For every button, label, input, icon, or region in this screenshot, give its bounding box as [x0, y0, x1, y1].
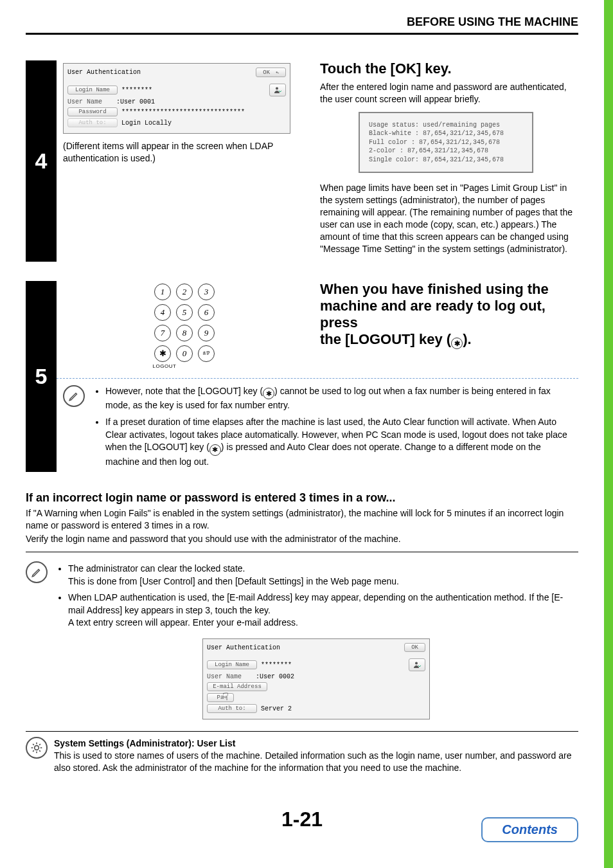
step5-title-line3a: the [LOGOUT] key ( [320, 331, 451, 347]
password-value: ******************************** [121, 109, 245, 116]
key-1[interactable]: 1 [154, 284, 171, 300]
step5-title-line3b: ). [463, 331, 471, 347]
usage-line-4: 2-color : 87,654,321/12,345,678 [369, 147, 523, 156]
login-name-value: ******** [121, 87, 152, 94]
panel2-title: User Authentication [207, 644, 280, 651]
panel2-user-select-icon[interactable] [409, 658, 425, 671]
login-name-button[interactable]: Login Name [67, 86, 118, 95]
admin-note-2b: A text entry screen will appear. Enter y… [68, 617, 298, 628]
key-9[interactable]: 9 [198, 325, 215, 341]
svg-line-10 [39, 744, 40, 745]
admin-note-1: The administrator can clear the locked s… [68, 563, 578, 588]
key-4[interactable]: 4 [154, 304, 171, 321]
system-settings-block: System Settings (Administrator): User Li… [26, 737, 578, 774]
auth-to-button[interactable]: Auth to: [67, 118, 118, 127]
step5-note-2: If a preset duration of time elapses aft… [105, 416, 572, 468]
settings-gear-icon [26, 737, 48, 759]
key-7[interactable]: 7 [154, 325, 171, 341]
step-4: 4 User Authentication OK ↖ L [26, 60, 578, 262]
usage-status-panel: Usage status: used/remaining pages Black… [359, 112, 533, 174]
logout-key-icon-inline-2: ✱ [209, 444, 221, 456]
panel2-pa-button[interactable]: Pa [207, 693, 234, 702]
step5-note-1a: However, note that the [LOGOUT] key ( [105, 386, 263, 396]
svg-line-7 [33, 744, 34, 745]
panel1-ok-label: OK [263, 69, 270, 76]
panel1-caption: (Different items will appear in the scre… [63, 140, 307, 165]
svg-point-2 [35, 746, 39, 750]
usage-line-5: Single color: 87,654,321/12,345,678 [369, 156, 523, 165]
svg-point-1 [415, 662, 418, 665]
incorrect-login-p1: If "A Warning when Login Fails" is enabl… [26, 507, 578, 532]
admin-note-list: The administrator can clear the locked s… [54, 563, 578, 629]
key-3[interactable]: 3 [198, 284, 215, 300]
thin-rule-1 [26, 552, 578, 552]
key-5[interactable]: 5 [176, 304, 193, 321]
note-pencil-icon [63, 385, 85, 407]
panel2-login-name-button[interactable]: Login Name [207, 660, 257, 669]
incorrect-login-heading: If an incorrect login name or password i… [26, 491, 578, 505]
admin-note-block: The administrator can clear the locked s… [26, 561, 578, 719]
cursor-hand-icon: ☟ [222, 691, 229, 703]
header-rule [26, 33, 578, 35]
user-auth-panel-2: User Authentication OK Login Name ******… [202, 638, 430, 719]
sys-settings-body: This is used to store names of users of … [54, 750, 578, 774]
step-5: 5 1 2 3 4 5 6 7 8 9 [26, 281, 578, 473]
side-green-bar [604, 0, 613, 855]
step5-title-line1: When you have finished using the [320, 281, 549, 297]
step-number-4: 4 [26, 60, 57, 262]
step5-title-line2: machine and are ready to log out, press [320, 298, 546, 330]
usage-line-2: Black-white : 87,654,321/12,345,678 [369, 129, 523, 138]
step4-title: Touch the [OK] key. [320, 60, 578, 77]
user-name-label: User Name [67, 98, 112, 105]
user-auth-panel-1: User Authentication OK ↖ Login Name ****… [63, 63, 290, 134]
cursor-icon: ↖ [274, 68, 280, 76]
admin-note-2: When LDAP authentication is used, the [E… [68, 592, 578, 629]
usage-line-3: Full color : 87,654,321/12,345,678 [369, 138, 523, 147]
password-button[interactable]: Password [67, 107, 118, 116]
logout-key-icon-inline-1: ✱ [263, 388, 274, 399]
key-8[interactable]: 8 [176, 325, 193, 341]
person-icon [413, 661, 421, 669]
note-pencil-icon-2 [26, 561, 48, 583]
keypad-logout-label: LOGOUT [22, 363, 307, 369]
panel2-ok-button[interactable]: OK [404, 643, 425, 652]
svg-line-9 [33, 750, 34, 752]
auth-to-value: Login Locally [121, 120, 172, 127]
panel2-user-name-label: User Name [207, 673, 252, 680]
step-number-5: 5 [26, 281, 57, 473]
panel2-auth-to-value: Server 2 [261, 705, 292, 712]
key-hash-p[interactable]: #/P [198, 345, 215, 362]
user-select-icon[interactable] [269, 84, 286, 96]
usage-line-1: Usage status: used/remaining pages [369, 121, 523, 130]
panel1-ok-button[interactable]: OK ↖ [256, 68, 286, 77]
sys-settings-heading: System Settings (Administrator): User Li… [54, 738, 578, 748]
panel1-title: User Authentication [67, 69, 141, 76]
page-header-title: BEFORE USING THE MACHINE [407, 15, 578, 28]
key-0[interactable]: 0 [176, 345, 193, 362]
incorrect-login-p2: Verify the login name and password that … [26, 533, 578, 545]
logout-key-icon: ✱ [451, 338, 463, 349]
key-6[interactable]: 6 [198, 304, 215, 321]
user-name-value: :User 0001 [116, 98, 155, 105]
step4-text-1: After the entered login name and passwor… [320, 81, 578, 105]
step5-note-1: However, note that the [LOGOUT] key (✱) … [105, 385, 572, 412]
dashed-separator [57, 378, 578, 379]
step5-title: When you have finished using the machine… [320, 281, 578, 350]
admin-note-2a: When LDAP authentication is used, the [E… [68, 592, 563, 615]
panel2-user-name-value: :User 0002 [256, 673, 294, 680]
admin-note-1a: The administrator can clear the locked s… [68, 563, 245, 574]
svg-point-0 [276, 87, 278, 90]
numeric-keypad: 1 2 3 4 5 6 7 8 9 ✱ 0 #/P [154, 284, 216, 362]
panel2-email-button[interactable]: E-mail Address [207, 682, 267, 691]
key-2[interactable]: 2 [176, 284, 193, 300]
person-icon [274, 86, 281, 94]
step5-note-list: However, note that the [LOGOUT] key (✱) … [91, 385, 572, 473]
thin-rule-2 [26, 731, 578, 732]
svg-line-8 [39, 750, 40, 752]
key-logout-star[interactable]: ✱ [154, 345, 171, 362]
panel2-auth-to-button[interactable]: Auth to: [207, 704, 257, 713]
step4-text-2: When page limits have been set in "Pages… [320, 182, 578, 255]
contents-button[interactable]: Contents [481, 817, 578, 842]
admin-note-1b: This is done from [User Control] and the… [68, 576, 399, 586]
panel2-login-name-value: ******** [261, 662, 292, 669]
